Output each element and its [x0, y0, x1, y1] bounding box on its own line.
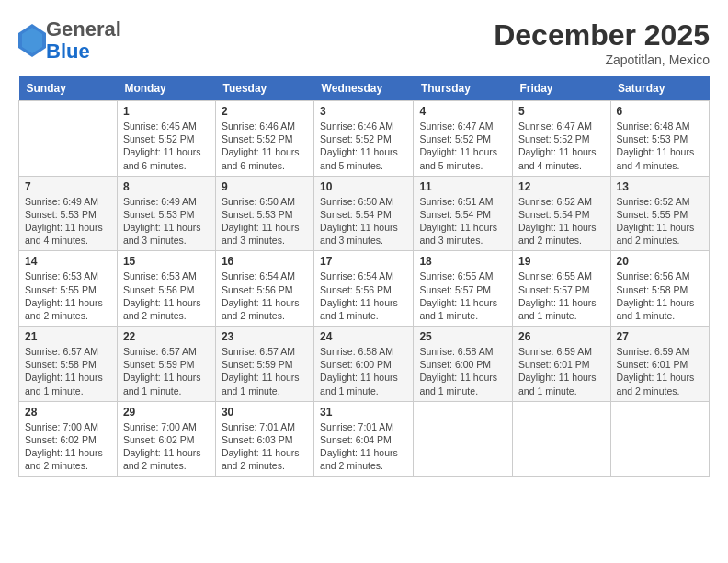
day-info: Sunrise: 6:52 AM Sunset: 5:54 PM Dayligh… [518, 195, 605, 247]
logo: General Blue [18, 18, 121, 63]
calendar-cell [610, 401, 709, 477]
day-number: 4 [419, 105, 506, 118]
month-title: December 2025 [494, 18, 710, 52]
week-row-4: 21Sunrise: 6:57 AM Sunset: 5:58 PM Dayli… [19, 327, 710, 402]
day-number: 2 [222, 105, 308, 118]
day-number: 14 [25, 255, 111, 268]
day-info: Sunrise: 6:56 AM Sunset: 5:58 PM Dayligh… [617, 270, 703, 322]
calendar-cell: 5Sunrise: 6:47 AM Sunset: 5:52 PM Daylig… [512, 101, 610, 177]
day-number: 5 [518, 105, 605, 118]
calendar-cell: 16Sunrise: 6:54 AM Sunset: 5:56 PM Dayli… [215, 251, 313, 327]
calendar-cell: 20Sunrise: 6:56 AM Sunset: 5:58 PM Dayli… [610, 251, 709, 327]
day-info: Sunrise: 6:50 AM Sunset: 5:54 PM Dayligh… [320, 195, 407, 247]
day-info: Sunrise: 7:01 AM Sunset: 6:03 PM Dayligh… [222, 420, 308, 473]
calendar-cell: 19Sunrise: 6:55 AM Sunset: 5:57 PM Dayli… [512, 251, 610, 327]
week-row-3: 14Sunrise: 6:53 AM Sunset: 5:55 PM Dayli… [19, 251, 710, 327]
day-number: 8 [123, 180, 210, 193]
page-header: General Blue December 2025 Zapotitlan, M… [18, 18, 710, 67]
week-row-5: 28Sunrise: 7:00 AM Sunset: 6:02 PM Dayli… [19, 401, 710, 477]
header-day-monday: Monday [117, 76, 215, 101]
calendar-cell [512, 401, 610, 477]
logo-icon [18, 24, 46, 57]
day-info: Sunrise: 7:01 AM Sunset: 6:04 PM Dayligh… [320, 420, 407, 473]
day-number: 23 [222, 330, 308, 343]
calendar-cell: 9Sunrise: 6:50 AM Sunset: 5:53 PM Daylig… [215, 176, 313, 251]
calendar-cell: 17Sunrise: 6:54 AM Sunset: 5:56 PM Dayli… [314, 251, 414, 327]
calendar-cell [414, 401, 513, 477]
day-number: 20 [617, 255, 703, 268]
calendar-cell: 1Sunrise: 6:45 AM Sunset: 5:52 PM Daylig… [117, 101, 215, 177]
day-info: Sunrise: 6:46 AM Sunset: 5:52 PM Dayligh… [222, 120, 308, 172]
day-number: 7 [25, 180, 111, 193]
day-number: 15 [123, 255, 210, 268]
calendar-cell: 18Sunrise: 6:55 AM Sunset: 5:57 PM Dayli… [414, 251, 513, 327]
calendar-cell: 28Sunrise: 7:00 AM Sunset: 6:02 PM Dayli… [19, 401, 118, 477]
calendar-cell: 30Sunrise: 7:01 AM Sunset: 6:03 PM Dayli… [215, 401, 313, 477]
calendar-cell: 29Sunrise: 7:00 AM Sunset: 6:02 PM Dayli… [117, 401, 215, 477]
day-number: 3 [320, 105, 407, 118]
day-info: Sunrise: 6:47 AM Sunset: 5:52 PM Dayligh… [419, 120, 506, 172]
day-number: 12 [518, 180, 605, 193]
logo-blue-text: Blue [46, 40, 121, 63]
calendar-cell: 14Sunrise: 6:53 AM Sunset: 5:55 PM Dayli… [19, 251, 118, 327]
day-info: Sunrise: 6:55 AM Sunset: 5:57 PM Dayligh… [419, 270, 506, 322]
day-info: Sunrise: 6:45 AM Sunset: 5:52 PM Dayligh… [123, 120, 210, 172]
day-number: 29 [123, 406, 210, 419]
day-number: 1 [123, 105, 210, 118]
day-info: Sunrise: 6:50 AM Sunset: 5:53 PM Dayligh… [222, 195, 308, 247]
day-number: 31 [320, 406, 407, 419]
day-info: Sunrise: 6:46 AM Sunset: 5:52 PM Dayligh… [320, 120, 407, 172]
calendar-cell: 31Sunrise: 7:01 AM Sunset: 6:04 PM Dayli… [314, 401, 414, 477]
calendar-cell: 25Sunrise: 6:58 AM Sunset: 6:00 PM Dayli… [414, 327, 513, 402]
header-day-thursday: Thursday [414, 76, 513, 101]
header-day-wednesday: Wednesday [314, 76, 414, 101]
calendar-cell: 13Sunrise: 6:52 AM Sunset: 5:55 PM Dayli… [610, 176, 709, 251]
day-number: 25 [419, 330, 506, 343]
day-info: Sunrise: 6:59 AM Sunset: 6:01 PM Dayligh… [518, 345, 605, 397]
calendar-cell: 8Sunrise: 6:49 AM Sunset: 5:53 PM Daylig… [117, 176, 215, 251]
day-info: Sunrise: 6:51 AM Sunset: 5:54 PM Dayligh… [419, 195, 506, 247]
day-info: Sunrise: 7:00 AM Sunset: 6:02 PM Dayligh… [123, 420, 210, 473]
title-block: December 2025 Zapotitlan, Mexico [494, 18, 710, 67]
day-number: 28 [25, 406, 111, 419]
header-day-sunday: Sunday [19, 76, 118, 101]
calendar-cell: 12Sunrise: 6:52 AM Sunset: 5:54 PM Dayli… [512, 176, 610, 251]
day-info: Sunrise: 6:53 AM Sunset: 5:55 PM Dayligh… [25, 270, 111, 322]
day-number: 19 [518, 255, 605, 268]
day-number: 11 [419, 180, 506, 193]
day-number: 27 [617, 330, 703, 343]
calendar-cell: 2Sunrise: 6:46 AM Sunset: 5:52 PM Daylig… [215, 101, 313, 177]
calendar-cell: 21Sunrise: 6:57 AM Sunset: 5:58 PM Dayli… [19, 327, 118, 402]
day-number: 24 [320, 330, 407, 343]
day-number: 30 [222, 406, 308, 419]
day-info: Sunrise: 6:57 AM Sunset: 5:59 PM Dayligh… [123, 345, 210, 397]
day-info: Sunrise: 7:00 AM Sunset: 6:02 PM Dayligh… [25, 420, 111, 473]
week-row-1: 1Sunrise: 6:45 AM Sunset: 5:52 PM Daylig… [19, 101, 710, 177]
day-info: Sunrise: 6:57 AM Sunset: 5:59 PM Dayligh… [222, 345, 308, 397]
calendar-cell: 3Sunrise: 6:46 AM Sunset: 5:52 PM Daylig… [314, 101, 414, 177]
calendar-cell: 4Sunrise: 6:47 AM Sunset: 5:52 PM Daylig… [414, 101, 513, 177]
location-subtitle: Zapotitlan, Mexico [494, 52, 710, 67]
calendar-cell: 11Sunrise: 6:51 AM Sunset: 5:54 PM Dayli… [414, 176, 513, 251]
header-row: SundayMondayTuesdayWednesdayThursdayFrid… [19, 76, 710, 101]
day-info: Sunrise: 6:48 AM Sunset: 5:53 PM Dayligh… [617, 120, 703, 172]
day-number: 9 [222, 180, 308, 193]
calendar-cell: 23Sunrise: 6:57 AM Sunset: 5:59 PM Dayli… [215, 327, 313, 402]
calendar-table: SundayMondayTuesdayWednesdayThursdayFrid… [18, 76, 710, 477]
logo-general-text: General [46, 18, 121, 40]
day-info: Sunrise: 6:58 AM Sunset: 6:00 PM Dayligh… [419, 345, 506, 397]
calendar-cell [19, 101, 118, 177]
day-info: Sunrise: 6:57 AM Sunset: 5:58 PM Dayligh… [25, 345, 111, 397]
day-info: Sunrise: 6:49 AM Sunset: 5:53 PM Dayligh… [123, 195, 210, 247]
day-info: Sunrise: 6:53 AM Sunset: 5:56 PM Dayligh… [123, 270, 210, 322]
calendar-cell: 6Sunrise: 6:48 AM Sunset: 5:53 PM Daylig… [610, 101, 709, 177]
day-info: Sunrise: 6:47 AM Sunset: 5:52 PM Dayligh… [518, 120, 605, 172]
day-number: 18 [419, 255, 506, 268]
header-day-saturday: Saturday [610, 76, 709, 101]
calendar-cell: 22Sunrise: 6:57 AM Sunset: 5:59 PM Dayli… [117, 327, 215, 402]
day-number: 10 [320, 180, 407, 193]
calendar-cell: 10Sunrise: 6:50 AM Sunset: 5:54 PM Dayli… [314, 176, 414, 251]
day-info: Sunrise: 6:52 AM Sunset: 5:55 PM Dayligh… [617, 195, 703, 247]
day-number: 26 [518, 330, 605, 343]
day-info: Sunrise: 6:54 AM Sunset: 5:56 PM Dayligh… [222, 270, 308, 322]
